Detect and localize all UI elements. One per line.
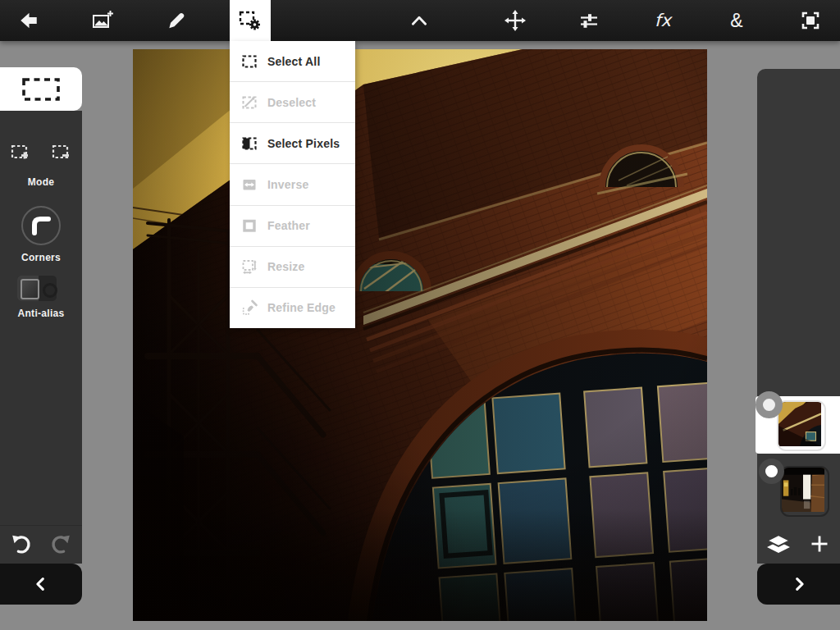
menu-item-select-pixels[interactable]: Select Pixels <box>230 123 355 164</box>
menu-item-label: Refine Edge <box>267 301 336 314</box>
top-toolbar: fx & <box>0 0 840 41</box>
move-tool-button[interactable] <box>495 0 536 41</box>
resize-icon <box>240 258 258 276</box>
menu-item-label: Inverse <box>267 178 308 191</box>
menu-item-deselect[interactable]: Deselect <box>230 82 355 123</box>
menu-item-resize[interactable]: Resize <box>230 247 355 288</box>
layer-2-thumbnail[interactable] <box>780 466 829 517</box>
layer-1-thumbnail[interactable] <box>777 400 826 451</box>
antialias-label: Anti-alias <box>0 308 82 319</box>
layer-1-select-badge[interactable] <box>756 391 783 418</box>
add-image-icon <box>91 9 114 32</box>
layer-row-1[interactable] <box>756 396 840 454</box>
undo-icon[interactable] <box>11 534 32 555</box>
selection-menu: Select All Deselect Select Pixels <box>230 41 355 328</box>
mode-label: Mode <box>0 176 82 188</box>
redo-icon[interactable] <box>50 534 71 555</box>
back-arrow-icon <box>18 10 39 31</box>
chevron-left-icon <box>32 575 50 593</box>
antialias-square-icon <box>21 279 39 299</box>
menu-item-inverse[interactable]: Inverse <box>230 164 355 205</box>
add-layer-icon[interactable] <box>810 534 829 554</box>
chevron-up-icon <box>409 10 430 31</box>
adjustments-button[interactable] <box>568 0 609 41</box>
layers-icon[interactable] <box>765 533 792 556</box>
select-pixels-icon <box>240 135 258 153</box>
canvas-image[interactable] <box>133 49 707 621</box>
sliders-icon <box>578 9 600 32</box>
collapse-left-panel-button[interactable] <box>0 564 82 605</box>
menu-item-label: Select Pixels <box>267 137 340 150</box>
selection-settings-button[interactable] <box>230 0 271 41</box>
collapse-right-panel-button[interactable] <box>757 564 840 605</box>
select-all-icon <box>240 52 258 71</box>
move-icon <box>504 9 527 32</box>
layers-panel <box>757 69 840 564</box>
active-tool-tile-marquee[interactable] <box>0 67 82 111</box>
add-image-button[interactable] <box>82 0 123 41</box>
marquee-selection-icon <box>22 78 60 101</box>
menu-item-label: Select All <box>267 55 321 68</box>
brush-icon <box>166 10 187 31</box>
ampersand-icon: & <box>730 0 742 41</box>
transform-icon <box>799 9 822 32</box>
panel-collapse-button[interactable] <box>399 0 440 41</box>
layer-2-select-badge[interactable] <box>759 459 784 484</box>
corners-label: Corners <box>0 252 82 263</box>
menu-item-label: Resize <box>267 260 305 273</box>
feather-icon <box>240 217 258 235</box>
menu-item-label: Feather <box>267 219 310 232</box>
layers-panel-actions <box>757 525 840 564</box>
chevron-right-icon <box>790 575 808 593</box>
rounded-corner-icon <box>27 212 55 240</box>
blend-button[interactable]: & <box>716 0 757 41</box>
back-button[interactable] <box>8 0 49 41</box>
menu-item-refine-edge[interactable]: Refine Edge <box>230 288 355 328</box>
app-window: fx & Select All Deselect <box>0 0 840 630</box>
paint-tools-button[interactable] <box>156 0 197 41</box>
menu-item-feather[interactable]: Feather <box>230 206 355 247</box>
inverse-icon <box>240 176 258 194</box>
fx-icon: fx <box>655 0 671 41</box>
antialias-toggle[interactable] <box>17 276 57 301</box>
menu-item-select-all[interactable]: Select All <box>230 41 355 82</box>
history-controls <box>0 525 82 564</box>
refine-edge-icon <box>240 299 258 317</box>
selection-settings-icon <box>238 8 262 33</box>
deselect-icon <box>240 94 258 112</box>
selection-subtract-mode-icon[interactable] <box>51 144 72 165</box>
selection-add-mode-icon[interactable] <box>10 144 31 165</box>
corners-control[interactable] <box>21 206 61 245</box>
tool-options-panel: Mode Corners Anti-alias <box>0 111 82 564</box>
transform-button[interactable] <box>790 0 831 41</box>
menu-item-label: Deselect <box>267 96 316 109</box>
antialias-circle-icon <box>43 283 57 298</box>
effects-button[interactable]: fx <box>642 0 683 41</box>
